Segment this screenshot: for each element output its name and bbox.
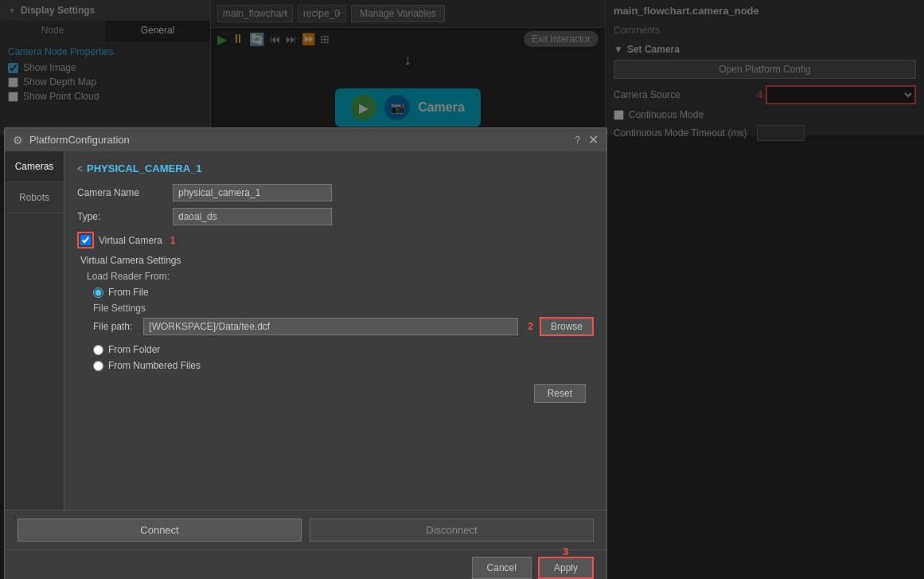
type-input[interactable] <box>173 208 332 225</box>
modal-body: Cameras Robots < PHYSICAL_CAMERA_1 Camer… <box>5 151 606 510</box>
file-path-label: File path: <box>93 321 132 332</box>
breadcrumb-text[interactable]: PHYSICAL_CAMERA_1 <box>87 162 201 174</box>
virtual-camera-checkbox[interactable] <box>80 235 91 245</box>
load-reader-title: Load Reader From: <box>87 271 594 282</box>
modal-title-text: PlatformConfiguration <box>29 134 130 146</box>
from-file-radio[interactable] <box>93 288 103 298</box>
file-settings-section: File Settings File path: 2 Browse <box>93 303 594 336</box>
modal-controls: ? ✕ <box>575 132 598 147</box>
virtual-camera-badge: 1 <box>170 235 176 246</box>
disconnect-button: Disconnect <box>310 518 594 542</box>
modal-content: < PHYSICAL_CAMERA_1 Camera Name Type: Vi… <box>64 151 606 510</box>
connect-button[interactable]: Connect <box>18 518 302 542</box>
apply-button[interactable]: Apply <box>538 557 594 579</box>
modal-app-icon: ⚙ <box>13 134 23 147</box>
type-label: Type: <box>77 211 173 222</box>
from-folder-label: From Folder <box>108 344 160 355</box>
browse-badge: 2 <box>528 321 533 332</box>
type-row: Type: <box>77 208 594 225</box>
from-folder-radio[interactable] <box>93 345 103 355</box>
from-numbered-files-label: From Numbered Files <box>108 360 201 371</box>
cancel-button[interactable]: Cancel <box>472 557 532 579</box>
virtual-camera-row: Virtual Camera 1 <box>77 232 594 248</box>
browse-button[interactable]: Browse <box>540 317 594 336</box>
sidebar-item-cameras[interactable]: Cameras <box>5 151 64 182</box>
modal-close-button[interactable]: ✕ <box>588 132 598 147</box>
apply-badge: 3 <box>563 546 568 557</box>
modal-titlebar: ⚙ PlatformConfiguration ? ✕ <box>5 128 606 151</box>
file-path-input[interactable] <box>143 318 518 335</box>
from-file-row: From File <box>93 287 594 298</box>
clearfix: Reset <box>77 376 594 403</box>
from-numbered-files-radio[interactable] <box>93 361 103 371</box>
platform-config-modal: ⚙ PlatformConfiguration ? ✕ Cameras Robo… <box>4 127 607 579</box>
file-path-row: File path: 2 Browse <box>93 317 594 336</box>
modal-actions: Cancel 3 Apply <box>5 550 606 579</box>
camera-name-label: Camera Name <box>77 187 173 198</box>
from-file-label: From File <box>108 287 149 298</box>
breadcrumb-arrow-icon: < <box>77 163 83 174</box>
from-numbered-files-row: From Numbered Files <box>93 360 594 371</box>
camera-name-row: Camera Name <box>77 184 594 201</box>
modal-help-button[interactable]: ? <box>575 135 580 146</box>
modal-footer: Connect Disconnect <box>5 510 606 550</box>
modal-sidebar: Cameras Robots <box>5 151 64 510</box>
virtual-camera-label: Virtual Camera <box>99 235 162 246</box>
breadcrumb-nav: < PHYSICAL_CAMERA_1 <box>77 162 594 174</box>
from-folder-row: From Folder <box>93 344 594 355</box>
camera-name-input[interactable] <box>173 184 332 201</box>
file-settings-title: File Settings <box>93 303 594 314</box>
reset-button[interactable]: Reset <box>534 384 586 403</box>
modal-title-left: ⚙ PlatformConfiguration <box>13 134 130 147</box>
sidebar-item-robots[interactable]: Robots <box>5 182 64 213</box>
virtual-camera-settings-title: Virtual Camera Settings <box>80 255 594 266</box>
